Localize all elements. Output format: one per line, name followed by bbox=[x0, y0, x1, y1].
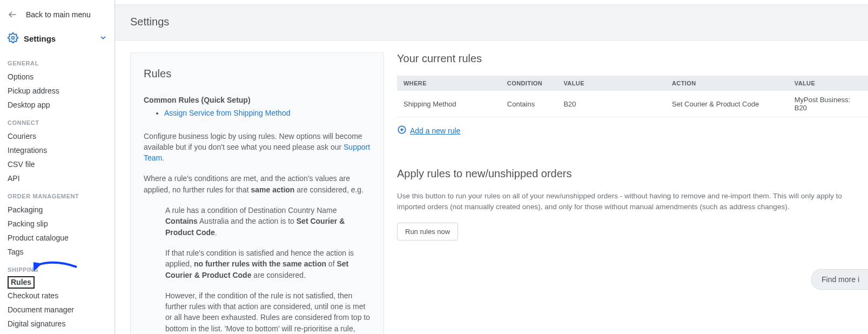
nav-group-heading: GENERAL bbox=[8, 52, 107, 70]
sidebar-item-integrations[interactable]: Integrations bbox=[8, 143, 107, 157]
sidebar-item-product-catalogue[interactable]: Product catalogue bbox=[8, 231, 107, 245]
chevron-down-icon bbox=[99, 34, 107, 43]
back-label: Back to main menu bbox=[26, 10, 91, 19]
back-to-main-menu[interactable]: Back to main menu bbox=[8, 8, 107, 29]
rules-col-header: ACTION bbox=[665, 76, 788, 91]
sidebar-item-rules[interactable]: Rules bbox=[8, 276, 35, 289]
rules-col-header: CONDITION bbox=[501, 76, 557, 91]
main: Settings Rules Common Rules (Quick Setup… bbox=[115, 0, 868, 334]
sidebar: Back to main menu Settings GENERALOption… bbox=[0, 0, 115, 334]
apply-rules-section: Apply rules to new/unshipped orders Use … bbox=[397, 168, 868, 241]
sidebar-item-api[interactable]: API bbox=[8, 171, 107, 185]
sidebar-item-desktop-app[interactable]: Desktop app bbox=[8, 98, 107, 112]
run-rules-button[interactable]: Run rules now bbox=[397, 223, 458, 241]
add-rule-label: Add a new rule bbox=[410, 126, 460, 135]
find-more-pill[interactable]: Find more i bbox=[811, 269, 868, 290]
sidebar-item-digital-signatures[interactable]: Digital signatures bbox=[8, 317, 107, 331]
current-rules-title: Your current rules bbox=[397, 52, 868, 65]
assign-service-link[interactable]: Assign Service from Shipping Method bbox=[164, 109, 290, 117]
rules-card-title: Rules bbox=[144, 66, 371, 82]
rules-col-header: WHERE bbox=[397, 76, 501, 91]
cell-value2: MyPost Business: B20 bbox=[788, 91, 868, 117]
apply-rules-description: Use this button to run your rules on all… bbox=[397, 191, 868, 213]
sidebar-item-pickup-address[interactable]: Pickup address bbox=[8, 84, 107, 98]
cell-where: Shipping Method bbox=[397, 91, 501, 117]
nav-group-heading: CONNECT bbox=[8, 112, 107, 129]
sidebar-item-document-manager[interactable]: Document manager bbox=[8, 303, 107, 317]
rules-example-block: A rule has a condition of Destination Co… bbox=[144, 205, 371, 334]
rules-explainer-card: Rules Common Rules (Quick Setup) Assign … bbox=[130, 52, 384, 334]
sidebar-item-checkout-rates[interactable]: Checkout rates bbox=[8, 289, 107, 303]
cell-action: Set Courier & Product Code bbox=[665, 91, 788, 117]
settings-label: Settings bbox=[24, 34, 99, 43]
add-new-rule[interactable]: Add a new rule bbox=[397, 125, 868, 136]
rules-col-header: VALUE bbox=[788, 76, 868, 91]
nav-group-heading: ORDER MANAGEMENT bbox=[8, 185, 107, 203]
rules-paragraph-2: Where a rule's conditions are met, and t… bbox=[144, 173, 371, 195]
common-rules-heading: Common Rules (Quick Setup) bbox=[144, 95, 371, 105]
settings-toggle[interactable]: Settings bbox=[8, 29, 107, 52]
table-row[interactable]: Shipping MethodContainsB20Set Courier & … bbox=[397, 91, 868, 117]
sidebar-item-tags[interactable]: Tags bbox=[8, 245, 107, 259]
svg-point-1 bbox=[12, 37, 15, 39]
plus-circle-icon bbox=[397, 125, 407, 136]
cell-value1: B20 bbox=[557, 91, 665, 117]
sidebar-item-csv-file[interactable]: CSV file bbox=[8, 157, 107, 171]
rules-table: WHERECONDITIONVALUEACTIONVALUE Shipping … bbox=[397, 76, 868, 117]
gear-icon bbox=[8, 32, 18, 45]
sidebar-item-options[interactable]: Options bbox=[8, 70, 107, 84]
page-title: Settings bbox=[115, 4, 868, 41]
apply-rules-title: Apply rules to new/unshipped orders bbox=[397, 168, 868, 180]
sidebar-item-packing-slip[interactable]: Packing slip bbox=[8, 217, 107, 231]
sidebar-item-couriers[interactable]: Couriers bbox=[8, 129, 107, 143]
nav-group-heading: POST PURCHASE bbox=[8, 331, 107, 334]
cell-condition: Contains bbox=[501, 91, 557, 117]
rules-paragraph-1: Configure business logic by using rules.… bbox=[144, 131, 371, 164]
current-rules-section: Your current rules WHERECONDITIONVALUEAC… bbox=[397, 52, 868, 241]
rules-col-header: VALUE bbox=[557, 76, 665, 91]
nav-group-heading: SHIPPING bbox=[8, 259, 107, 276]
sidebar-item-packaging[interactable]: Packaging bbox=[8, 203, 107, 217]
arrow-left-icon bbox=[8, 10, 17, 19]
